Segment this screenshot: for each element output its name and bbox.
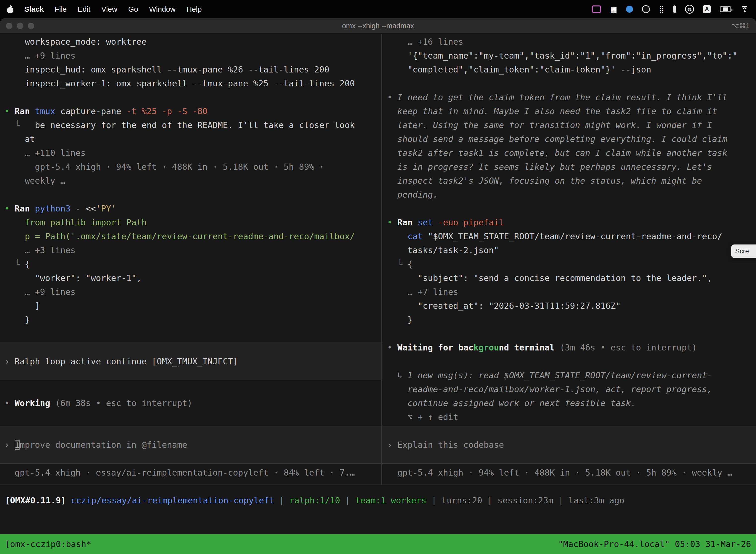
text-segment: └ (387, 259, 407, 269)
terminal-line: from pathlib import Path (4, 215, 381, 229)
terminal-line: inspect_worker-1: omx sparkshell --tmux-… (4, 76, 381, 90)
text-segment: └ (4, 259, 25, 269)
band-text: › Explain this codebase (387, 438, 504, 452)
apps-grid-icon[interactable]: ⣿ (659, 5, 664, 14)
text-segment: … +7 lines (387, 287, 458, 297)
close-button[interactable] (6, 22, 12, 29)
text-segment: keep that in mind. Maybe I also need the… (387, 106, 717, 116)
blue-app-icon[interactable] (626, 6, 633, 13)
tmux-host-time: "MacBook-Pro-44.local" 05:03 31-Mar-26 (558, 539, 751, 549)
right-pane[interactable]: … +16 lines '{"team_name":"my-team","tas… (382, 34, 756, 485)
omx-status-line: [OMX#0.11.9] cczip/essay/ai-reimplementa… (5, 493, 624, 507)
text-segment: last:3m ago (568, 495, 624, 505)
menu-items: FileEditViewGoWindowHelp (55, 5, 202, 13)
app-menu-slack[interactable]: Slack (24, 5, 44, 13)
text-segment (66, 495, 71, 505)
menu-go[interactable]: Go (128, 5, 138, 13)
terminal-line: … +110 lines (4, 146, 381, 160)
text-segment: Explain this codebase (397, 440, 504, 450)
left-pane[interactable]: workspace_mode: worktree … +9 lines insp… (0, 34, 382, 485)
text-segment: Ralph loop active continue [OMX_TMUX_INJ… (15, 356, 238, 366)
text-segment: inspect task2's JSON, focusing on the st… (387, 176, 702, 186)
text-segment: › (4, 356, 15, 366)
text-segment: Ran (397, 217, 418, 227)
terminal-line (387, 202, 756, 215)
text-segment: python3 (35, 204, 76, 214)
text-segment: "completed","claim_token":"claim-token"}… (387, 64, 651, 74)
key-icon[interactable] (673, 5, 676, 13)
terminal-line: inspect task2's JSON, focusing on the st… (387, 174, 756, 188)
terminal-line: … +16 lines (387, 35, 756, 49)
minimize-button[interactable] (17, 22, 23, 29)
text-segment: … +3 lines (4, 245, 76, 255)
dark-app-icon[interactable] (642, 5, 650, 13)
pane-bottom-divider (0, 485, 756, 485)
text-segment: readme-and-reco/mailbox/worker-1.json, a… (387, 384, 712, 394)
menu-view[interactable]: View (101, 5, 117, 13)
text-segment: gpt-5.4 xhigh · 94% left · 488K in · 5.1… (387, 467, 733, 478)
apple-menu-icon[interactable] (7, 5, 13, 13)
menu-edit[interactable]: Edit (78, 5, 90, 13)
terminal-content: workspace_mode: worktree … +9 lines insp… (0, 34, 756, 554)
text-segment: weekly … (4, 176, 65, 186)
window-shortcut: ⌥⌘1 (732, 22, 750, 30)
text-segment: … +110 lines (4, 148, 86, 158)
wifi-icon[interactable] (740, 6, 749, 13)
terminal-line: cat "$OMX_TEAM_STATE_ROOT/team/review-cu… (387, 229, 756, 243)
input-source-icon[interactable]: A (703, 5, 711, 13)
terminal-line: └ { (4, 257, 381, 271)
tmux-session-info: [omx-cczip0:bash* (5, 539, 91, 549)
terminal-line: p = Path('.omx/state/team/review-current… (4, 229, 381, 243)
terminal-line (4, 90, 381, 104)
zoom-button[interactable] (28, 22, 34, 29)
text-cursor: I (15, 440, 19, 450)
terminal-line: └ be necessary for the end of the README… (4, 118, 381, 132)
terminal-line: "completed","claim_token":"claim-token"}… (387, 63, 756, 76)
queued-message-band: › Ralph loop active continue [OMX_TMUX_I… (0, 342, 381, 380)
terminal-line (4, 410, 381, 424)
text-segment: • (4, 398, 15, 408)
terminal-line: ↳ 1 new msg(s): read $OMX_TEAM_STATE_ROO… (387, 368, 756, 382)
prompt-input-right[interactable]: › Explain this codebase (382, 426, 756, 464)
terminal-line: is in progress? It seems likely but perh… (387, 160, 756, 174)
gauge-value: 61 (688, 7, 692, 11)
text-segment: } (387, 315, 413, 325)
menu-file[interactable]: File (55, 5, 66, 13)
tmux-status-bar: [omx-cczip0:bash* "MacBook-Pro-44.local"… (0, 534, 756, 554)
window-grid-icon[interactable]: ▦ (610, 5, 617, 14)
text-segment: later. Using the same for transition mig… (387, 120, 712, 130)
text-segment: should send a message before completing … (387, 134, 727, 144)
terminal-line: keep that in mind. Maybe I also need the… (387, 104, 756, 118)
text-segment: 1 new msg(s): read $OMX_TEAM_STATE_ROOT/… (407, 370, 712, 380)
window-title: omx --xhigh --madmax (342, 22, 414, 30)
text-segment: task2 after task1 is complete, but can I… (387, 148, 727, 158)
text-segment: turns:20 (441, 495, 482, 505)
terminal-line: gpt-5.4 xhigh · 94% left · 488K in · 5.1… (4, 160, 381, 174)
text-segment: … +9 lines (4, 287, 76, 297)
terminal-line: • I need to get the claim token from the… (387, 90, 756, 104)
text-segment: from pathlib import Path (4, 217, 146, 227)
window-titlebar[interactable]: omx --xhigh --madmax ⌥⌘1 (0, 18, 756, 34)
battery-icon[interactable] (720, 6, 731, 12)
text-segment: { (25, 259, 30, 269)
text-segment: Ran (15, 106, 35, 116)
menu-bar-status: ▦ ⣿ 61 A (592, 5, 749, 14)
battery-gauge-icon[interactable]: 61 (685, 5, 694, 14)
menu-window[interactable]: Window (149, 5, 176, 13)
terminal-line: gpt-5.4 xhigh · 94% left · 488K in · 5.1… (387, 466, 756, 480)
menu-bar-left: Slack FileEditViewGoWindowHelp (7, 5, 202, 13)
text-segment: | (426, 495, 441, 505)
prompt-input-left[interactable]: › Improve documentation in @filename (0, 426, 381, 464)
terminal-line: pending. (387, 188, 756, 202)
menu-help[interactable]: Help (187, 5, 202, 13)
battery-fill (723, 7, 728, 11)
text-segment: | (274, 495, 289, 505)
terminal-line: ⌥ + ↑ edit (387, 410, 756, 424)
terminal-line: continue assigned work or next feasible … (387, 396, 756, 410)
screen-recording-icon[interactable] (592, 5, 601, 13)
text-segment: set (418, 217, 438, 227)
text-segment: … +9 lines (4, 51, 76, 61)
text-segment: team:1 workers (355, 495, 426, 505)
text-segment: gpt-5.4 xhigh · 94% left · 488K in · 5.1… (4, 162, 324, 172)
text-segment: cat (407, 231, 428, 241)
